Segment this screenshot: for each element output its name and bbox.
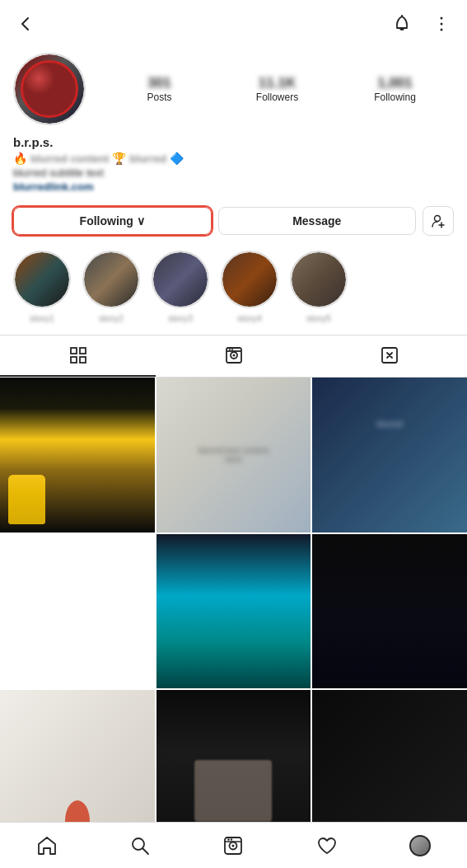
action-buttons: Following ∨ Message xyxy=(0,201,467,244)
following-label: Following xyxy=(80,214,133,228)
bio-line-2: blurred subtitle text xyxy=(13,167,454,179)
svg-point-25 xyxy=(231,838,232,840)
bottom-nav xyxy=(0,822,467,868)
home-icon xyxy=(36,835,58,856)
highlight-item-4[interactable]: story4 xyxy=(221,251,278,323)
followers-label: Followers xyxy=(218,91,336,103)
bio-text-2: blurred xyxy=(129,152,166,165)
emoji-fire: 🔥 xyxy=(13,152,27,165)
bottom-nav-search[interactable] xyxy=(120,826,160,866)
stat-following[interactable]: 1,001 Following xyxy=(336,75,454,103)
search-icon xyxy=(129,835,151,856)
svg-rect-10 xyxy=(80,357,86,363)
profile-header: 301 Posts 11.1K Followers 1,001 Followin… xyxy=(0,45,467,132)
bottom-nav-activity[interactable] xyxy=(307,826,347,866)
bottom-nav-reels[interactable] xyxy=(213,826,253,866)
profile-link[interactable]: blurredlink.com xyxy=(13,181,94,193)
svg-point-3 xyxy=(441,29,443,31)
photo-cell-2[interactable]: blurred text content here xyxy=(156,378,311,533)
message-button[interactable]: Message xyxy=(218,207,417,235)
svg-point-16 xyxy=(231,349,233,350)
bottom-nav-profile[interactable] xyxy=(400,826,440,866)
svg-rect-7 xyxy=(71,348,77,354)
followers-count: 11.1K xyxy=(218,75,336,91)
notification-button[interactable] xyxy=(390,12,414,36)
highlight-circle-4 xyxy=(221,251,278,308)
svg-line-19 xyxy=(143,848,149,854)
bottom-nav-home[interactable] xyxy=(27,826,67,866)
bio-text-1: blurred content xyxy=(30,152,109,165)
tagged-icon xyxy=(380,345,399,365)
highlight-label-4: story4 xyxy=(237,313,262,323)
photo-cell-1[interactable] xyxy=(0,378,155,533)
photo-cell-4[interactable] xyxy=(156,534,311,689)
highlight-label-3: story3 xyxy=(168,313,193,323)
chevron-down-icon: ∨ xyxy=(137,214,145,228)
highlight-circle-1 xyxy=(13,251,71,308)
emoji-diamond: 🔷 xyxy=(170,152,184,165)
tab-grid[interactable] xyxy=(0,335,156,377)
highlight-item-3[interactable]: story3 xyxy=(152,251,209,323)
avatar[interactable] xyxy=(13,53,86,125)
grid-icon xyxy=(68,345,88,365)
stat-followers[interactable]: 11.1K Followers xyxy=(218,75,336,103)
more-options-button[interactable] xyxy=(429,12,454,36)
add-friend-button[interactable] xyxy=(423,206,454,236)
following-label: Following xyxy=(336,91,454,103)
profile-avatar-nav xyxy=(409,835,431,856)
top-nav-right xyxy=(390,12,454,36)
photo-cell-5[interactable] xyxy=(312,534,467,689)
highlight-circle-2 xyxy=(82,251,140,308)
following-count: 1,001 xyxy=(336,75,454,91)
following-button[interactable]: Following ∨ xyxy=(13,207,212,235)
profile-stats: 301 Posts 11.1K Followers 1,001 Followin… xyxy=(100,75,454,103)
highlight-item-5[interactable]: story5 xyxy=(290,251,348,323)
top-nav xyxy=(0,0,467,45)
svg-rect-8 xyxy=(80,348,86,354)
highlights-row: story1 story2 story3 story4 story5 xyxy=(0,244,467,331)
back-button[interactable] xyxy=(13,12,38,36)
profile-info: b.r.p.s. 🔥 blurred content 🏆 blurred 🔷 b… xyxy=(0,132,467,201)
highlight-item-1[interactable]: story1 xyxy=(13,251,71,323)
bio-text-3: blurred subtitle text xyxy=(13,167,104,179)
reels-icon xyxy=(224,345,244,365)
posts-count: 301 xyxy=(100,75,218,91)
svg-point-24 xyxy=(228,838,230,840)
highlight-label-5: story5 xyxy=(306,313,331,323)
highlight-label-2: story2 xyxy=(99,313,124,323)
photo-grid-wrapper: blurred text content here blurred xyxy=(0,378,467,868)
svg-point-4 xyxy=(435,216,441,222)
tab-reels[interactable] xyxy=(156,335,311,377)
emoji-trophy: 🏆 xyxy=(112,152,126,165)
bio-line-link[interactable]: blurredlink.com xyxy=(13,181,454,193)
posts-label: Posts xyxy=(100,91,218,103)
message-label: Message xyxy=(292,214,341,228)
highlight-circle-5 xyxy=(290,251,348,308)
profile-tabs xyxy=(0,335,467,378)
highlight-label-1: story1 xyxy=(30,313,54,323)
highlight-circle-3 xyxy=(152,251,209,308)
photo-grid: blurred text content here blurred xyxy=(0,378,467,868)
top-nav-left xyxy=(13,12,38,36)
highlight-item-2[interactable]: story2 xyxy=(82,251,140,323)
svg-point-13 xyxy=(232,354,235,357)
svg-point-2 xyxy=(441,23,443,26)
tab-tagged[interactable] xyxy=(311,335,467,377)
username: b.r.p.s. xyxy=(13,135,454,149)
svg-point-1 xyxy=(441,17,443,20)
bio-line-1: 🔥 blurred content 🏆 blurred 🔷 xyxy=(13,152,454,165)
reels-nav-icon xyxy=(222,835,244,856)
svg-point-15 xyxy=(229,349,231,350)
svg-point-22 xyxy=(232,844,235,847)
svg-rect-9 xyxy=(71,357,77,363)
heart-icon xyxy=(316,835,338,856)
photo-cell-3[interactable]: blurred xyxy=(312,378,467,533)
stat-posts[interactable]: 301 Posts xyxy=(100,75,218,103)
add-person-icon xyxy=(431,213,446,228)
